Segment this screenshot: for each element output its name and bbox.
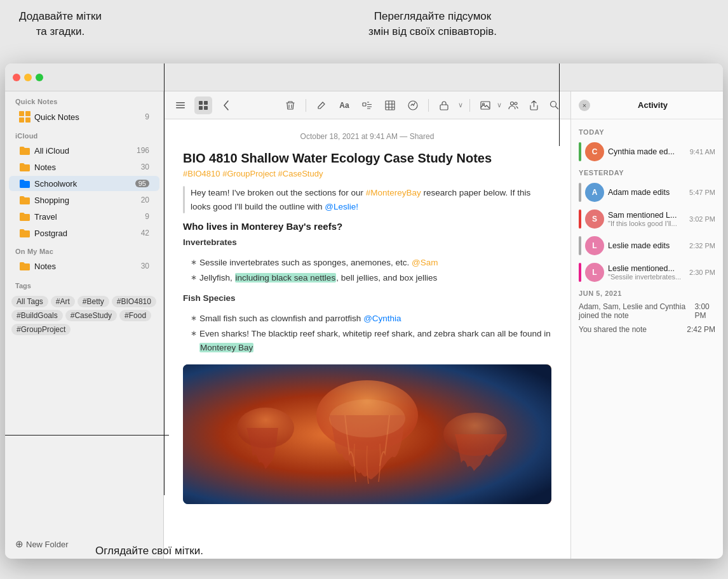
joined-text: Adam, Sam, Leslie and Cynthia joined the… xyxy=(579,302,694,320)
tag-betty[interactable]: #Betty xyxy=(78,296,109,307)
activity-item-sam[interactable]: S Sam mentioned L... "If this looks good… xyxy=(571,206,723,232)
sidebar-section-onmymac: On My Mac xyxy=(5,241,163,258)
leslie2-action: Leslie mentioned... xyxy=(608,264,685,273)
mention-cynthia: @Cynthia xyxy=(363,314,401,323)
schoolwork-label: Schoolwork xyxy=(34,179,135,189)
edit-button[interactable] xyxy=(313,96,330,114)
sam-sub: "If this looks good I'll... xyxy=(608,220,685,227)
cynthia-action: Cynthia made ed... xyxy=(608,147,686,156)
travel-label: Travel xyxy=(34,212,145,222)
tag-groupproject[interactable]: #GroupProject xyxy=(11,324,71,335)
tags-section-label: Tags xyxy=(5,274,163,293)
sidebar-item-postgrad[interactable]: Postgrad 42 xyxy=(9,225,159,241)
sidebar-section-icloud: iCloud xyxy=(5,126,163,142)
close-button[interactable] xyxy=(13,74,20,81)
shopping-label: Shopping xyxy=(34,196,141,205)
tags-grid: All Tags #Art #Betty #BIO4810 #BuildGoal… xyxy=(5,296,163,335)
subsection-fish: Fish Species xyxy=(183,293,236,303)
avatar-sam: S xyxy=(585,210,604,229)
tag-food[interactable]: #Food xyxy=(119,310,151,321)
postgrad-label: Postgrad xyxy=(34,229,141,238)
minimize-button[interactable] xyxy=(24,74,32,81)
subsection-invertebrates: Invertebrates xyxy=(183,237,237,247)
shopping-count: 20 xyxy=(141,196,149,204)
activity-yesterday-label: YESTERDAY xyxy=(571,165,723,179)
svg-rect-1 xyxy=(176,105,185,106)
svg-line-24 xyxy=(555,107,558,109)
highlight-nettles: including black sea nettles xyxy=(235,273,337,283)
folder-icon-notes-mac xyxy=(19,261,30,271)
search-button[interactable] xyxy=(545,96,563,114)
allicloud-count: 196 xyxy=(137,146,149,155)
activity-item-adam[interactable]: A Adam made edits 5:47 PM xyxy=(571,179,723,206)
activity-jun-label: JUN 5, 2021 xyxy=(571,286,723,300)
new-folder-icon: ⊕ xyxy=(15,538,24,550)
checklist-button[interactable] xyxy=(358,96,376,114)
image-insert-button[interactable] xyxy=(476,96,494,114)
back-button[interactable] xyxy=(217,96,235,114)
svg-rect-19 xyxy=(481,102,490,109)
activity-item-leslie2[interactable]: L Leslie mentioned... "Sessile invertebr… xyxy=(571,259,723,286)
toolbar-right-buttons: ∨ xyxy=(476,96,563,114)
sidebar-item-travel[interactable]: Travel 9 xyxy=(9,209,159,224)
tag-casestudy[interactable]: #CaseStudy xyxy=(65,310,117,321)
list-view-button[interactable] xyxy=(172,96,189,114)
activity-dot-sam xyxy=(579,210,581,229)
cynthia-time: 9:41 AM xyxy=(690,148,715,156)
media-button[interactable] xyxy=(404,96,422,114)
svg-point-21 xyxy=(511,102,514,105)
grid-view-button[interactable] xyxy=(194,96,212,114)
activity-shared: You shared the note 2:42 PM xyxy=(571,323,723,336)
shared-text: You shared the note xyxy=(579,325,647,334)
mention-leslie: @Leslie! xyxy=(325,202,358,211)
share-button[interactable] xyxy=(525,96,543,114)
activity-item-leslie1[interactable]: L Leslie made edits 2:32 PM xyxy=(571,232,723,259)
svg-rect-12 xyxy=(386,101,394,110)
lock-button[interactable] xyxy=(435,96,453,114)
sam-action: Sam mentioned L... xyxy=(608,211,685,220)
sidebar-item-quicknotes[interactable]: Quick Notes 9 xyxy=(9,109,159,125)
avatar-adam: A xyxy=(585,183,604,202)
new-folder-button[interactable]: ⊕ New Folder xyxy=(5,535,163,554)
sidebar-item-shopping[interactable]: Shopping 20 xyxy=(9,192,159,208)
maximize-button[interactable] xyxy=(36,74,43,81)
leslie2-info: Leslie mentioned... "Sessile invertebrat… xyxy=(608,264,685,281)
activity-dot-leslie2 xyxy=(579,263,581,282)
sidebar-item-notes-icloud[interactable]: Notes 30 xyxy=(9,159,159,175)
titlebar xyxy=(5,63,723,91)
notes-icloud-count: 30 xyxy=(141,163,149,171)
tag-art[interactable]: #Art xyxy=(51,296,75,307)
fish-item-2: Even sharks! The blacktip reef shark, wh… xyxy=(191,327,551,354)
sidebar-item-allicloud[interactable]: All iCloud 196 xyxy=(9,143,159,158)
allicloud-label: All iCloud xyxy=(34,146,137,156)
tag-bio4810[interactable]: #BIO4810 xyxy=(112,296,156,307)
note-hashtags: #BIO4810 #GroupProject #CaseStudy xyxy=(183,169,551,178)
tag-all-tags[interactable]: All Tags xyxy=(11,296,48,307)
activity-close-button[interactable]: × xyxy=(579,100,590,111)
collab-button[interactable] xyxy=(504,96,522,114)
leslie2-time: 2:30 PM xyxy=(689,269,715,276)
sidebar: Quick Notes Quick Notes 9 iCloud All iCl… xyxy=(5,91,164,559)
tag-buildgoals[interactable]: #BuildGoals xyxy=(11,310,63,321)
format-button[interactable]: Aa xyxy=(335,96,353,114)
notes-mac-count: 30 xyxy=(141,262,149,270)
sidebar-section-quicknotes: Quick Notes xyxy=(5,91,163,108)
delete-button[interactable] xyxy=(281,96,299,114)
hashtag-montereybay: #MontereyBay xyxy=(366,188,421,197)
traffic-lights xyxy=(13,74,43,81)
svg-point-29 xyxy=(329,399,405,437)
new-folder-label: New Folder xyxy=(26,540,68,549)
table-button[interactable] xyxy=(381,96,399,114)
svg-rect-5 xyxy=(199,106,203,110)
svg-point-17 xyxy=(408,101,417,110)
notes-mac-label: Notes xyxy=(34,262,141,271)
quicknotes-label: Quick Notes xyxy=(34,112,145,122)
activity-item-cynthia[interactable]: C Cynthia made ed... 9:41 AM xyxy=(571,138,723,165)
activity-dot-cynthia xyxy=(579,142,581,161)
activity-dot-adam xyxy=(579,183,581,202)
adam-time: 5:47 PM xyxy=(689,189,715,196)
sidebar-item-schoolwork[interactable]: Schoolwork 95 xyxy=(9,176,159,191)
sidebar-item-notes-mac[interactable]: Notes 30 xyxy=(9,258,159,274)
travel-count: 9 xyxy=(145,212,149,221)
note-date: October 18, 2021 at 9:41 AM — Shared xyxy=(183,132,551,141)
